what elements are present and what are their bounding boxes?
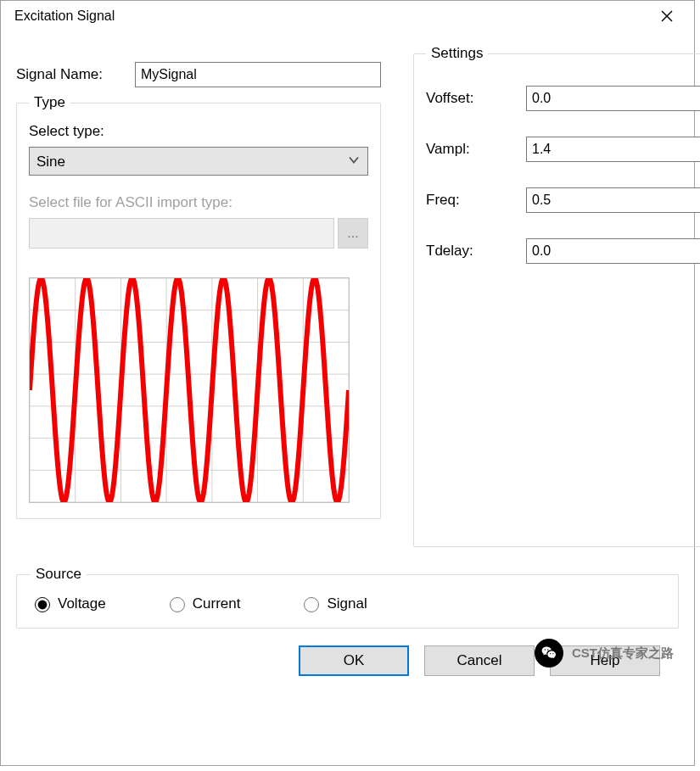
ascii-import-label: Select file for ASCII import type: [29,194,368,211]
signal-radio[interactable] [304,597,319,612]
voffset-row: Voffset: [426,86,700,111]
voffset-input[interactable] [526,86,700,111]
wechat-icon [535,639,563,668]
type-select-wrap: Sine [29,147,368,176]
voltage-radio[interactable] [35,597,50,612]
type-select[interactable]: Sine [29,147,368,176]
watermark-text: CST仿真专家之路 [572,645,674,662]
vampl-row: Vampl: [426,137,700,162]
source-option-current[interactable]: Current [165,595,241,612]
cancel-button[interactable]: Cancel [424,645,535,676]
titlebar: Excitation Signal [1,1,694,31]
signal-radio-label: Signal [327,595,367,612]
type-legend: Type [29,94,70,111]
signal-name-input[interactable] [135,62,381,87]
vampl-input[interactable] [526,137,700,162]
signal-name-label: Signal Name: [16,66,135,83]
source-option-signal[interactable]: Signal [300,595,367,612]
source-fieldset: Source Voltage Current Signal [16,566,679,629]
settings-legend: Settings [426,45,488,62]
tdelay-input[interactable] [526,238,700,264]
close-icon [661,10,673,22]
current-radio[interactable] [170,597,185,612]
window-title: Excitation Signal [14,8,115,24]
freq-input[interactable] [526,187,700,213]
signal-name-row: Signal Name: [16,40,381,87]
vampl-label: Vampl: [426,141,526,158]
select-type-label: Select type: [29,123,368,140]
source-legend: Source [31,566,87,583]
freq-label: Freq: [426,192,526,209]
watermark: CST仿真专家之路 [535,639,674,668]
tdelay-row: Tdelay: [426,238,700,264]
tdelay-label: Tdelay: [426,243,526,260]
freq-row: Freq: [426,187,700,213]
voltage-radio-label: Voltage [58,595,106,612]
ascii-browse-button: ... [338,218,368,249]
close-button[interactable] [650,4,684,28]
ok-button[interactable]: OK [299,645,409,676]
type-fieldset: Type Select type: Sine Select file for A… [16,94,381,519]
source-option-voltage[interactable]: Voltage [31,595,106,612]
dialog-excitation-signal: Excitation Signal Signal Name: Type Sele… [0,0,695,766]
current-radio-label: Current [193,595,241,612]
voffset-label: Voffset: [426,90,526,107]
signal-preview-chart [29,277,350,503]
ascii-file-input [29,218,334,249]
settings-fieldset: Settings Voffset: Vampl: Freq: Tdel [413,45,700,547]
